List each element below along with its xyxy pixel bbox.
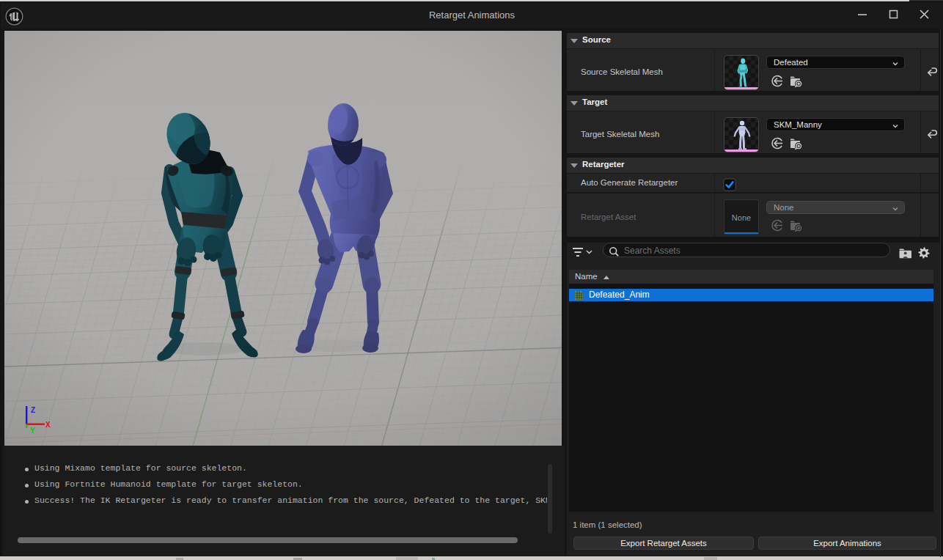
svg-text:X: X — [45, 421, 51, 429]
svg-text:Z: Z — [31, 406, 35, 414]
svg-text:Y: Y — [30, 427, 35, 435]
